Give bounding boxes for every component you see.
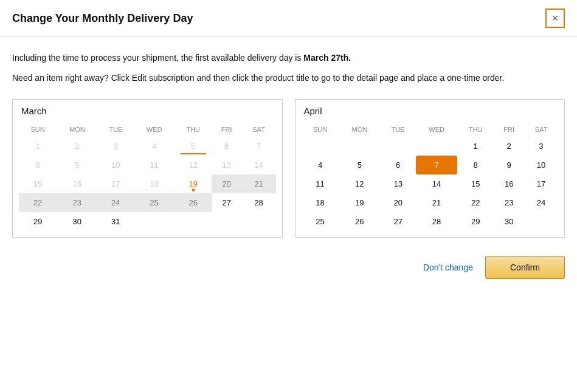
march-day[interactable]: 3 <box>98 137 134 156</box>
march-day[interactable]: 8 <box>19 156 57 174</box>
table-row: 11 12 13 14 15 16 17 <box>302 174 559 193</box>
april-day-7-selected[interactable]: 7 <box>416 156 457 174</box>
april-day-15[interactable]: 15 <box>457 174 494 193</box>
april-day-23[interactable]: 23 <box>494 193 524 212</box>
dont-change-link[interactable]: Don't change <box>423 263 473 272</box>
table-row: 4 5 6 7 8 9 10 <box>302 156 559 174</box>
modal-body: Including the time to process your shipm… <box>0 37 577 244</box>
march-day[interactable]: 10 <box>98 156 134 174</box>
march-day-5[interactable]: 5 <box>174 137 212 156</box>
march-day[interactable]: 13 <box>212 156 242 174</box>
april-day-6[interactable]: 6 <box>380 156 416 174</box>
april-day-16[interactable]: 16 <box>494 174 524 193</box>
april-day-29[interactable]: 29 <box>457 212 494 231</box>
april-day-17[interactable]: 17 <box>524 174 558 193</box>
march-calendar: March SUN MON TUE WED THU FRI SAT 1 <box>12 99 283 238</box>
march-col-sat: SAT <box>241 122 275 137</box>
march-day[interactable]: 11 <box>134 156 175 174</box>
april-empty <box>302 137 339 156</box>
april-day-5[interactable]: 5 <box>339 156 381 174</box>
april-day-8[interactable]: 8 <box>457 156 494 174</box>
april-col-thu: THU <box>457 122 494 137</box>
table-row: 1 2 3 <box>302 137 559 156</box>
march-day[interactable]: 24 <box>98 193 134 212</box>
table-row: 22 23 24 25 26 27 28 <box>19 193 276 212</box>
april-day-18[interactable]: 18 <box>302 193 339 212</box>
march-empty <box>134 212 175 231</box>
modal-title: Change Your Monthly Delivery Day <box>12 12 193 25</box>
march-day[interactable]: 9 <box>57 156 98 174</box>
march-day[interactable]: 7 <box>241 137 275 156</box>
april-day-12[interactable]: 12 <box>339 174 381 193</box>
march-col-tue: TUE <box>98 122 134 137</box>
april-day-11[interactable]: 11 <box>302 174 339 193</box>
march-day[interactable]: 25 <box>134 193 175 212</box>
march-day[interactable]: 12 <box>174 156 212 174</box>
march-day-28[interactable]: 28 <box>241 193 275 212</box>
march-day[interactable]: 23 <box>57 193 98 212</box>
table-row: 29 30 31 <box>19 212 276 231</box>
march-day[interactable]: 1 <box>19 137 57 156</box>
march-table: SUN MON TUE WED THU FRI SAT 1 2 3 4 <box>19 122 276 231</box>
april-empty <box>416 137 457 156</box>
april-table: SUN MON TUE WED THU FRI SAT <box>302 122 559 231</box>
march-day[interactable]: 2 <box>57 137 98 156</box>
april-day-24[interactable]: 24 <box>524 193 558 212</box>
april-day-4[interactable]: 4 <box>302 156 339 174</box>
april-col-sat: SAT <box>524 122 558 137</box>
modal-footer: Don't change Confirm <box>0 244 577 291</box>
april-day-10[interactable]: 10 <box>524 156 558 174</box>
april-day-2[interactable]: 2 <box>494 137 524 156</box>
april-day-3[interactable]: 3 <box>524 137 558 156</box>
march-day[interactable]: 4 <box>134 137 175 156</box>
march-day[interactable]: 17 <box>98 174 134 193</box>
april-title: April <box>302 106 559 116</box>
april-day-14[interactable]: 14 <box>416 174 457 193</box>
info-pre-text: Including the time to process your shipm… <box>12 53 303 63</box>
march-day[interactable]: 21 <box>241 174 275 193</box>
march-day-19[interactable]: 19 <box>174 174 212 193</box>
march-day[interactable]: 26 <box>174 193 212 212</box>
april-day-26[interactable]: 26 <box>339 212 381 231</box>
april-day-22[interactable]: 22 <box>457 193 494 212</box>
table-row: 25 26 27 28 29 30 <box>302 212 559 231</box>
march-day[interactable]: 15 <box>19 174 57 193</box>
march-col-fri: FRI <box>212 122 242 137</box>
march-day[interactable]: 6 <box>212 137 242 156</box>
march-day[interactable]: 22 <box>19 193 57 212</box>
april-day-20[interactable]: 20 <box>380 193 416 212</box>
april-day-25[interactable]: 25 <box>302 212 339 231</box>
april-day-28[interactable]: 28 <box>416 212 457 231</box>
march-empty <box>212 212 242 231</box>
april-day-30[interactable]: 30 <box>494 212 524 231</box>
march-day[interactable]: 20 <box>212 174 242 193</box>
march-day[interactable]: 14 <box>241 156 275 174</box>
april-day-1[interactable]: 1 <box>457 137 494 156</box>
march-day[interactable]: 18 <box>134 174 175 193</box>
april-day-21[interactable]: 21 <box>416 193 457 212</box>
info-text-2: Need an item right away? Click Edit subs… <box>12 72 565 84</box>
march-title: March <box>19 106 276 116</box>
table-row: 15 16 17 18 19 20 21 <box>19 174 276 193</box>
confirm-button[interactable]: Confirm <box>485 256 565 279</box>
april-day-27[interactable]: 27 <box>380 212 416 231</box>
march-col-thu: THU <box>174 122 212 137</box>
april-col-sun: SUN <box>302 122 339 137</box>
april-col-mon: MON <box>339 122 381 137</box>
april-calendar: April SUN MON TUE WED THU FRI SAT <box>295 99 565 238</box>
march-empty <box>174 212 212 231</box>
april-empty <box>339 137 381 156</box>
march-day-29[interactable]: 29 <box>19 212 57 231</box>
close-button[interactable]: × <box>545 9 565 28</box>
april-day-13[interactable]: 13 <box>380 174 416 193</box>
table-row: 1 2 3 4 5 6 7 <box>19 137 276 156</box>
march-day[interactable]: 16 <box>57 174 98 193</box>
march-day-27[interactable]: 27 <box>212 193 242 212</box>
april-col-tue: TUE <box>380 122 416 137</box>
march-day-31[interactable]: 31 <box>98 212 134 231</box>
march-col-sun: SUN <box>19 122 57 137</box>
april-col-fri: FRI <box>494 122 524 137</box>
april-day-9[interactable]: 9 <box>494 156 524 174</box>
march-day-30[interactable]: 30 <box>57 212 98 231</box>
april-day-19[interactable]: 19 <box>339 193 381 212</box>
